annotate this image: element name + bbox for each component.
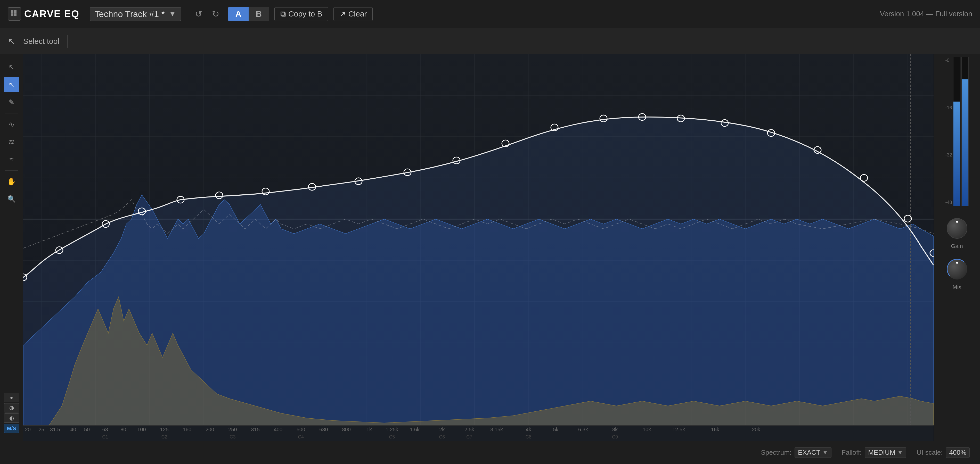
mix-knob[interactable] bbox=[947, 259, 967, 280]
select-icon: ↖ bbox=[8, 80, 14, 89]
freq-4k: 4k bbox=[526, 427, 531, 432]
spectrum-value: EXACT bbox=[798, 448, 820, 456]
copy-to-b-button[interactable]: ⧉ Copy to B bbox=[274, 7, 328, 21]
curve-tool-3-button[interactable]: ≈ bbox=[4, 152, 19, 167]
pencil-tool-button[interactable]: ✎ bbox=[4, 94, 19, 110]
pencil-icon: ✎ bbox=[8, 98, 14, 106]
ui-scale-select[interactable]: 400% bbox=[946, 447, 970, 458]
curve-tool-2-button[interactable]: ≋ bbox=[4, 134, 19, 149]
vu-fill-left bbox=[953, 102, 960, 206]
note-c5: C5 bbox=[389, 434, 395, 440]
vu-db-0: -0 bbox=[945, 58, 952, 63]
zoom-tool-button[interactable]: 🔍 bbox=[4, 191, 19, 207]
freq-80: 80 bbox=[121, 427, 126, 432]
curve1-icon: ∿ bbox=[8, 120, 14, 129]
mode-buttons-group: ● ◑ ◐ M/S bbox=[4, 393, 19, 435]
note-c1: C1 bbox=[102, 434, 108, 440]
spectrum-select[interactable]: EXACT ▼ bbox=[795, 447, 831, 458]
ui-scale-label: UI scale: bbox=[916, 448, 943, 456]
ab-button-b[interactable]: B bbox=[248, 7, 269, 21]
hand-tool-button[interactable]: ✋ bbox=[4, 174, 19, 189]
clear-button[interactable]: ↗ Clear bbox=[334, 7, 373, 21]
note-c8: C8 bbox=[526, 434, 531, 440]
app-title: CARVE EQ bbox=[24, 8, 80, 20]
tool-divider bbox=[67, 35, 68, 48]
vu-db-16: -16 bbox=[945, 105, 952, 111]
freq-1k25: 1.25k bbox=[385, 427, 398, 432]
freq-125: 125 bbox=[160, 427, 169, 432]
mode-half-circle-button[interactable]: ◑ bbox=[4, 403, 19, 412]
preset-selector[interactable]: Techno Track #1 * ▼ bbox=[90, 7, 181, 21]
mode-ms-button[interactable]: M/S bbox=[4, 424, 19, 433]
spectrum-label: Spectrum: bbox=[761, 448, 792, 456]
pointer-tool-button[interactable]: ↖ bbox=[4, 59, 19, 75]
tool-separator-1 bbox=[5, 113, 18, 113]
falloff-value: MEDIUM bbox=[868, 448, 895, 456]
select-tool-label: Select tool bbox=[23, 37, 59, 46]
freq-630: 630 bbox=[319, 427, 328, 432]
note-c3: C3 bbox=[229, 434, 235, 440]
freq-2k5: 2.5k bbox=[465, 427, 474, 432]
curve-tool-1-button[interactable]: ∿ bbox=[4, 116, 19, 132]
freq-5k: 5k bbox=[553, 427, 558, 432]
mode-circle-outline-button[interactable]: ◐ bbox=[4, 413, 19, 423]
freq-16k: 16k bbox=[711, 427, 719, 432]
select-tool-button[interactable]: ↖ bbox=[4, 77, 19, 92]
note-c9: C9 bbox=[612, 434, 618, 440]
zoom-icon: 🔍 bbox=[8, 195, 16, 203]
vu-meter-left bbox=[953, 57, 960, 206]
gain-knob[interactable] bbox=[947, 218, 967, 239]
eq-curve-display[interactable] bbox=[23, 54, 934, 425]
gain-knob-container: Gain bbox=[944, 216, 970, 249]
main-layout: ↖ ↖ ✎ ∿ ≋ ≈ ✋ 🔍 ● ◑ bbox=[0, 54, 980, 441]
svg-rect-3 bbox=[14, 13, 16, 16]
eq-canvas-area[interactable]: +8 +6 +4 +2 +0 -2 -4 -6 -8 dB dB bbox=[23, 54, 934, 441]
gain-knob-wrapper[interactable] bbox=[944, 216, 970, 241]
ab-button-a[interactable]: A bbox=[228, 7, 248, 21]
vu-db-32: -32 bbox=[945, 153, 952, 158]
undo-button[interactable]: ↺ bbox=[191, 7, 206, 21]
mix-knob-indicator bbox=[956, 262, 958, 264]
freq-2k: 2k bbox=[439, 427, 445, 432]
copy-to-b-label: Copy to B bbox=[288, 10, 322, 18]
tool-bar: ↖ Select tool bbox=[0, 29, 980, 54]
tool-separator-2 bbox=[5, 170, 18, 171]
frequency-labels: 20 25 31.5 40 50 63 C1 80 100 125 C2 160… bbox=[23, 425, 934, 441]
select-tool-icon: ↖ bbox=[8, 36, 16, 47]
freq-250: 250 bbox=[228, 427, 237, 432]
freq-31: 31.5 bbox=[50, 427, 60, 432]
freq-6k3: 6.3k bbox=[578, 427, 588, 432]
freq-1k6: 1.6k bbox=[410, 427, 420, 432]
freq-12k5: 12.5k bbox=[672, 427, 685, 432]
preset-dropdown-arrow: ▼ bbox=[169, 10, 176, 18]
freq-200: 200 bbox=[205, 427, 214, 432]
freq-1k: 1k bbox=[366, 427, 372, 432]
freq-3k15: 3.15k bbox=[490, 427, 503, 432]
vu-fill-right bbox=[962, 79, 968, 206]
vu-meter-right bbox=[961, 57, 969, 206]
ms-label: M/S bbox=[7, 426, 16, 432]
clear-label: Clear bbox=[348, 10, 367, 18]
mix-knob-wrapper[interactable] bbox=[944, 256, 970, 282]
redo-button[interactable]: ↻ bbox=[208, 7, 223, 21]
freq-800: 800 bbox=[342, 427, 350, 432]
mix-knob-container: Mix bbox=[944, 256, 970, 290]
svg-rect-1 bbox=[14, 10, 16, 13]
version-info: Version 1.004 — Full version bbox=[880, 10, 972, 18]
freq-50: 50 bbox=[84, 427, 90, 432]
falloff-select[interactable]: MEDIUM ▼ bbox=[865, 447, 906, 458]
circle-outline-icon: ◐ bbox=[9, 415, 14, 421]
freq-25: 25 bbox=[38, 427, 44, 432]
ui-scale-group: UI scale: 400% bbox=[916, 447, 970, 458]
note-c6: C6 bbox=[439, 434, 445, 440]
falloff-arrow: ▼ bbox=[897, 449, 903, 456]
circle-icon: ● bbox=[10, 395, 13, 400]
half-circle-icon: ◑ bbox=[9, 405, 14, 411]
freq-400: 400 bbox=[274, 427, 282, 432]
mode-circle-button[interactable]: ● bbox=[4, 393, 19, 402]
curve2-icon: ≋ bbox=[8, 138, 14, 146]
gain-label: Gain bbox=[951, 243, 963, 249]
ui-scale-value: 400% bbox=[949, 448, 967, 456]
freq-500: 500 bbox=[297, 427, 305, 432]
freq-20k: 20k bbox=[752, 427, 760, 432]
